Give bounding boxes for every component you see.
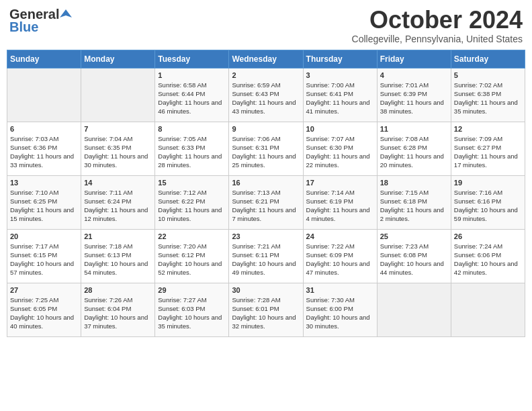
day-info: Sunrise: 7:11 AMSunset: 6:24 PMDaylight:…: [84, 188, 152, 224]
day-number: 27: [10, 286, 78, 294]
day-number: 20: [10, 232, 78, 240]
day-number: 29: [158, 286, 226, 294]
location-title: Collegeville, Pennsylvania, United State…: [352, 34, 523, 44]
day-info: Sunrise: 7:27 AMSunset: 6:03 PMDaylight:…: [158, 295, 226, 331]
day-info: Sunrise: 7:17 AMSunset: 6:15 PMDaylight:…: [10, 242, 78, 277]
calendar-week-4: 20Sunrise: 7:17 AMSunset: 6:15 PMDayligh…: [7, 229, 525, 283]
calendar-week-2: 6Sunrise: 7:03 AMSunset: 6:36 PMDaylight…: [7, 122, 525, 175]
header-cell-tuesday: Tuesday: [155, 50, 229, 68]
calendar-cell: 17Sunrise: 7:14 AMSunset: 6:19 PMDayligh…: [303, 175, 377, 229]
calendar-cell: [377, 283, 451, 336]
day-number: 7: [84, 125, 152, 133]
header-cell-monday: Monday: [81, 50, 155, 68]
day-info: Sunrise: 7:13 AMSunset: 6:21 PMDaylight:…: [232, 188, 300, 224]
day-number: 18: [380, 179, 448, 187]
calendar-cell: 22Sunrise: 7:20 AMSunset: 6:12 PMDayligh…: [155, 229, 229, 283]
calendar-cell: 6Sunrise: 7:03 AMSunset: 6:36 PMDaylight…: [7, 122, 81, 175]
header-cell-sunday: Sunday: [7, 50, 81, 68]
day-number: 16: [232, 179, 300, 187]
day-number: 24: [306, 232, 374, 240]
day-number: 8: [158, 125, 226, 133]
day-number: 22: [158, 232, 226, 240]
day-info: Sunrise: 7:28 AMSunset: 6:01 PMDaylight:…: [232, 295, 300, 331]
logo-blue-text: Blue: [9, 19, 38, 35]
day-number: 3: [306, 71, 374, 79]
day-number: 19: [454, 179, 522, 187]
header-cell-saturday: Saturday: [451, 50, 525, 68]
calendar-cell: 20Sunrise: 7:17 AMSunset: 6:15 PMDayligh…: [7, 229, 81, 283]
calendar-cell: 9Sunrise: 7:06 AMSunset: 6:31 PMDaylight…: [229, 122, 303, 175]
calendar-cell: 27Sunrise: 7:25 AMSunset: 6:05 PMDayligh…: [7, 283, 81, 336]
calendar-week-3: 13Sunrise: 7:10 AMSunset: 6:25 PMDayligh…: [7, 175, 525, 229]
calendar-cell: 8Sunrise: 7:05 AMSunset: 6:33 PMDaylight…: [155, 122, 229, 175]
calendar-cell: [7, 68, 81, 122]
calendar-cell: 10Sunrise: 7:07 AMSunset: 6:30 PMDayligh…: [303, 122, 377, 175]
day-info: Sunrise: 7:07 AMSunset: 6:30 PMDaylight:…: [306, 134, 374, 170]
day-info: Sunrise: 7:02 AMSunset: 6:38 PMDaylight:…: [454, 81, 522, 116]
calendar-table: SundayMondayTuesdayWednesdayThursdayFrid…: [7, 50, 525, 337]
calendar-cell: 25Sunrise: 7:23 AMSunset: 6:08 PMDayligh…: [377, 229, 451, 283]
day-info: Sunrise: 7:01 AMSunset: 6:39 PMDaylight:…: [380, 81, 448, 116]
logo: General Blue: [9, 7, 72, 35]
day-info: Sunrise: 7:15 AMSunset: 6:18 PMDaylight:…: [380, 188, 448, 224]
day-info: Sunrise: 7:04 AMSunset: 6:35 PMDaylight:…: [84, 134, 152, 170]
calendar-cell: [81, 68, 155, 122]
day-number: 30: [232, 286, 300, 294]
day-info: Sunrise: 7:26 AMSunset: 6:04 PMDaylight:…: [84, 295, 152, 331]
day-number: 6: [10, 125, 78, 133]
month-title: October 2024: [352, 7, 523, 34]
day-number: 11: [380, 125, 448, 133]
day-info: Sunrise: 7:05 AMSunset: 6:33 PMDaylight:…: [158, 134, 226, 170]
calendar-cell: 31Sunrise: 7:30 AMSunset: 6:00 PMDayligh…: [303, 283, 377, 336]
day-info: Sunrise: 7:18 AMSunset: 6:13 PMDaylight:…: [84, 242, 152, 277]
day-number: 23: [232, 232, 300, 240]
calendar-week-5: 27Sunrise: 7:25 AMSunset: 6:05 PMDayligh…: [7, 283, 525, 336]
calendar-cell: 16Sunrise: 7:13 AMSunset: 6:21 PMDayligh…: [229, 175, 303, 229]
day-number: 10: [306, 125, 374, 133]
day-number: 31: [306, 286, 374, 294]
day-info: Sunrise: 7:21 AMSunset: 6:11 PMDaylight:…: [232, 242, 300, 277]
calendar-body: 1Sunrise: 6:58 AMSunset: 6:44 PMDaylight…: [7, 68, 525, 336]
calendar-cell: 28Sunrise: 7:26 AMSunset: 6:04 PMDayligh…: [81, 283, 155, 336]
day-number: 21: [84, 232, 152, 240]
page-header: General Blue October 2024 Collegeville, …: [7, 7, 525, 44]
day-info: Sunrise: 7:12 AMSunset: 6:22 PMDaylight:…: [158, 188, 226, 224]
calendar-cell: 1Sunrise: 6:58 AMSunset: 6:44 PMDaylight…: [155, 68, 229, 122]
calendar-cell: 5Sunrise: 7:02 AMSunset: 6:38 PMDaylight…: [451, 68, 525, 122]
calendar-cell: 26Sunrise: 7:24 AMSunset: 6:06 PMDayligh…: [451, 229, 525, 283]
day-info: Sunrise: 7:09 AMSunset: 6:27 PMDaylight:…: [454, 134, 522, 170]
day-number: 28: [84, 286, 152, 294]
calendar-cell: 11Sunrise: 7:08 AMSunset: 6:28 PMDayligh…: [377, 122, 451, 175]
day-number: 15: [158, 179, 226, 187]
day-number: 13: [10, 179, 78, 187]
calendar-header: SundayMondayTuesdayWednesdayThursdayFrid…: [7, 50, 525, 68]
day-number: 14: [84, 179, 152, 187]
logo-bird-icon: [60, 8, 72, 20]
day-info: Sunrise: 7:20 AMSunset: 6:12 PMDaylight:…: [158, 242, 226, 277]
calendar-cell: 30Sunrise: 7:28 AMSunset: 6:01 PMDayligh…: [229, 283, 303, 336]
day-number: 9: [232, 125, 300, 133]
header-cell-friday: Friday: [377, 50, 451, 68]
calendar-cell: 15Sunrise: 7:12 AMSunset: 6:22 PMDayligh…: [155, 175, 229, 229]
day-number: 4: [380, 71, 448, 79]
day-info: Sunrise: 7:25 AMSunset: 6:05 PMDaylight:…: [10, 295, 78, 331]
calendar-cell: 2Sunrise: 6:59 AMSunset: 6:43 PMDaylight…: [229, 68, 303, 122]
calendar-cell: 19Sunrise: 7:16 AMSunset: 6:16 PMDayligh…: [451, 175, 525, 229]
calendar-cell: 12Sunrise: 7:09 AMSunset: 6:27 PMDayligh…: [451, 122, 525, 175]
calendar-cell: 4Sunrise: 7:01 AMSunset: 6:39 PMDaylight…: [377, 68, 451, 122]
day-info: Sunrise: 6:59 AMSunset: 6:43 PMDaylight:…: [232, 81, 300, 116]
day-number: 12: [454, 125, 522, 133]
calendar-cell: [451, 283, 525, 336]
header-row: SundayMondayTuesdayWednesdayThursdayFrid…: [7, 50, 525, 68]
day-number: 17: [306, 179, 374, 187]
title-block: October 2024 Collegeville, Pennsylvania,…: [352, 7, 523, 44]
day-number: 26: [454, 232, 522, 240]
calendar-cell: 14Sunrise: 7:11 AMSunset: 6:24 PMDayligh…: [81, 175, 155, 229]
calendar-cell: 18Sunrise: 7:15 AMSunset: 6:18 PMDayligh…: [377, 175, 451, 229]
day-info: Sunrise: 7:10 AMSunset: 6:25 PMDaylight:…: [10, 188, 78, 224]
day-info: Sunrise: 7:00 AMSunset: 6:41 PMDaylight:…: [306, 81, 374, 116]
day-info: Sunrise: 7:14 AMSunset: 6:19 PMDaylight:…: [306, 188, 374, 224]
day-info: Sunrise: 7:08 AMSunset: 6:28 PMDaylight:…: [380, 134, 448, 170]
calendar-cell: 13Sunrise: 7:10 AMSunset: 6:25 PMDayligh…: [7, 175, 81, 229]
svg-marker-0: [60, 9, 72, 17]
